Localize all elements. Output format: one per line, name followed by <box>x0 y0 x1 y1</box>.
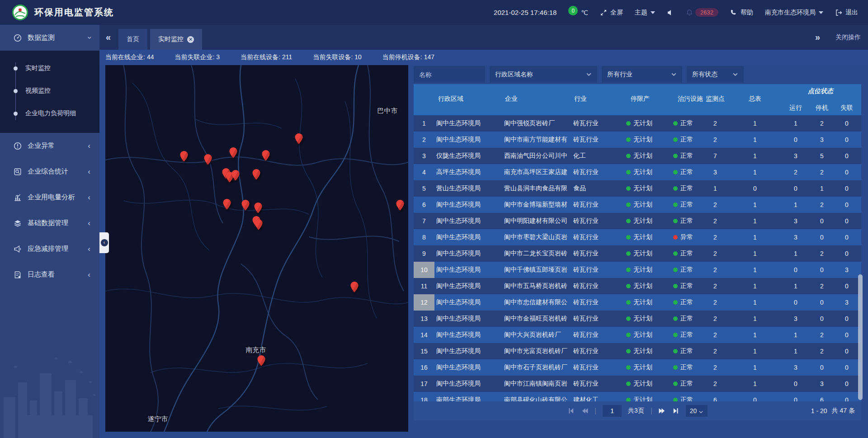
sidebar-item-4[interactable]: 基础数据管理‹ <box>0 210 99 236</box>
cell-company: 阆中明阳建材有限公司 <box>504 213 572 229</box>
last-page-button[interactable] <box>672 407 679 414</box>
map-pin[interactable] <box>350 282 359 292</box>
close-icon[interactable]: ✕ <box>187 36 194 43</box>
page-size-select[interactable]: 20 <box>686 405 708 417</box>
first-page-button[interactable] <box>567 407 575 414</box>
table-row[interactable]: 3 仪陇生态环境局 西南油气田分公司川中 化工 无计划 正常 7 1 3 5 0 <box>414 148 861 164</box>
close-operations-dropdown[interactable]: 关闭操作 <box>835 33 861 42</box>
next-page-button[interactable] <box>659 407 666 414</box>
cell-region: 阆中生态环境局 <box>436 359 503 376</box>
row-index: 3 <box>414 148 434 164</box>
map-pin[interactable] <box>295 133 303 144</box>
table-row[interactable]: 2 阆中生态环境局 阆中市南方节能建材有 砖瓦行业 无计划 正常 2 1 0 3… <box>414 132 861 148</box>
sidebar-item-1[interactable]: 企业异常‹ <box>0 133 99 159</box>
table-row[interactable]: 10 阆中生态环境局 阆中千佛镇五郎垭页岩 砖瓦行业 无计划 正常 2 1 0 … <box>414 262 861 278</box>
col-run: 运行 <box>784 104 807 112</box>
cell-stop: 2 <box>811 327 833 343</box>
table-row[interactable]: 5 营山生态环境局 营山县润丰肉食品有限 食品 无计划 正常 1 0 0 1 0 <box>414 180 861 197</box>
cell-stop: 2 <box>811 115 833 132</box>
cell-limit-status: 无计划 <box>626 164 671 180</box>
cell-points: 2 <box>704 343 726 359</box>
sidebar-subitem[interactable]: 实时监控 <box>0 57 99 80</box>
table-row[interactable]: 13 阆中生态环境局 阆中市金福旺页岩机砖 砖瓦行业 无计划 正常 2 1 3 … <box>414 311 861 327</box>
tab-home[interactable]: 首页 <box>118 29 147 50</box>
map-pin[interactable] <box>262 150 270 161</box>
table-row[interactable]: 15 阆中生态环境局 阆中市光富页岩机砖厂 砖瓦行业 无计划 正常 2 1 1 … <box>414 343 861 359</box>
cell-lost: 0 <box>835 115 858 132</box>
sidebar-subitem[interactable]: 企业电力负荷明细 <box>0 102 99 125</box>
cell-region: 阆中生态环境局 <box>436 327 503 343</box>
row-index: 13 <box>414 311 434 327</box>
page-input[interactable] <box>603 405 622 417</box>
table-row[interactable]: 14 阆中生态环境局 阆中大兴页岩机砖厂 砖瓦行业 无计划 正常 2 1 1 2… <box>414 327 861 343</box>
map-pin[interactable] <box>180 151 188 162</box>
fullscreen-button[interactable]: 全屏 <box>600 9 623 17</box>
table-row[interactable]: 9 阆中生态环境局 阆中市二龙长宝页岩砖 砖瓦行业 无计划 正常 2 1 1 2… <box>414 245 861 262</box>
skyline-decoration <box>0 354 99 438</box>
cell-stop: 2 <box>811 343 833 359</box>
table-row[interactable]: 4 高坪生态环境局 南充市高坪区王家店建 砖瓦行业 无计划 正常 3 1 2 2… <box>414 164 861 180</box>
cell-company: 阆中市光富页岩机砖厂 <box>504 343 572 359</box>
sidebar-item-3[interactable]: 企业用电量分析‹ <box>0 184 99 210</box>
cell-stop: 5 <box>811 148 833 164</box>
table-row[interactable]: 18 南部生态环境局 南部县砚化山砖有限公 建材化工 无计划 正常 6 0 0 … <box>414 392 861 401</box>
status-dot <box>626 381 631 386</box>
map-pin[interactable] <box>204 154 212 165</box>
sidebar-item-2[interactable]: 企业综合统计‹ <box>0 159 99 184</box>
cell-meters: 1 <box>744 229 766 245</box>
sidebar-collapse-toggle[interactable]: ‹ <box>99 232 109 253</box>
sidebar-item-6[interactable]: 日志查看‹ <box>0 262 99 287</box>
org-name: 南充市生态环境局 <box>765 9 816 17</box>
cell-meters: 1 <box>744 148 766 164</box>
table-row[interactable]: 8 阆中生态环境局 阆中市枣碧大梁山页岩 砖瓦行业 无计划 异常 2 1 3 0… <box>414 229 861 245</box>
help-button[interactable]: 帮助 <box>730 9 753 17</box>
logout-button[interactable]: 退出 <box>835 9 858 17</box>
cell-industry: 砖瓦行业 <box>573 229 624 245</box>
cell-meters: 1 <box>744 327 766 343</box>
cell-points: 2 <box>704 359 726 376</box>
chevron-icon: ‹ <box>88 271 90 278</box>
sidebar-item-0[interactable]: 数据监测‹ <box>0 25 99 51</box>
table-row[interactable]: 17 阆中生态环境局 阆中市江南镇阆南页岩 砖瓦行业 无计划 正常 2 1 0 … <box>414 376 861 392</box>
map-pin[interactable] <box>241 200 250 211</box>
status-filter-select[interactable]: 所有状态 <box>687 66 744 83</box>
name-filter-input[interactable] <box>414 66 485 83</box>
table-row[interactable]: 6 阆中生态环境局 阆中市金博瑞新型墙材 砖瓦行业 无计划 正常 2 1 1 2… <box>414 197 861 213</box>
prev-page-button[interactable] <box>581 407 588 414</box>
region-filter-select[interactable]: 行政区域名称 <box>490 66 597 83</box>
cell-limit-status: 无计划 <box>626 262 671 278</box>
map-pin[interactable] <box>254 203 262 213</box>
status-item: 当前在线设备:211 <box>241 53 292 61</box>
map-pin[interactable] <box>231 170 240 181</box>
table-row[interactable]: 12 阆中生态环境局 阆中市忠信建材有限公 砖瓦行业 无计划 正常 2 1 0 … <box>414 294 861 311</box>
mute-button[interactable] <box>667 9 674 16</box>
tab-scroll-right-icon[interactable]: » <box>815 32 820 42</box>
map-pin[interactable] <box>257 355 265 366</box>
cell-company: 南充市高坪区王家店建 <box>504 164 572 180</box>
sidebar-subitem[interactable]: 视频监控 <box>0 80 99 102</box>
tab-realtime-monitor[interactable]: 实时监控 ✕ <box>150 29 202 50</box>
notification-button[interactable]: 2632 <box>686 8 718 17</box>
city-label-bazhong: 巴中市 <box>377 107 398 115</box>
status-dot <box>626 186 631 191</box>
map-pin[interactable] <box>229 147 237 158</box>
industry-filter-select[interactable]: 所有行业 <box>602 66 682 83</box>
scrollbar-thumb[interactable] <box>858 274 863 400</box>
table-row[interactable]: 1 阆中生态环境局 阆中强锐页岩砖厂 砖瓦行业 无计划 正常 2 1 1 2 0 <box>414 115 861 132</box>
cell-region: 仪陇生态环境局 <box>436 148 503 164</box>
org-dropdown[interactable]: 南充市生态环境局 <box>765 9 823 17</box>
map-canvas[interactable]: 巴中市 南充市 遂宁市 <box>105 65 408 432</box>
phone-icon <box>730 9 737 16</box>
map-pin[interactable] <box>255 219 263 230</box>
map-pin[interactable] <box>396 200 404 211</box>
theme-dropdown[interactable]: 主题 <box>635 9 655 17</box>
map-pin[interactable] <box>252 169 260 180</box>
table-row[interactable]: 16 阆中生态环境局 阆中市石子页岩机砖厂 砖瓦行业 无计划 正常 2 1 3 … <box>414 359 861 376</box>
sidebar-item-5[interactable]: 应急减排管理‹ <box>0 236 99 262</box>
cell-region: 阆中生态环境局 <box>436 132 503 148</box>
table-row[interactable]: 7 阆中生态环境局 阆中明阳建材有限公司 砖瓦行业 无计划 正常 2 1 3 0… <box>414 213 861 229</box>
map-pin[interactable] <box>223 199 231 210</box>
table-row[interactable]: 11 阆中生态环境局 阆中市五马桥页岩机砖 砖瓦行业 无计划 正常 2 1 1 … <box>414 278 861 294</box>
tab-scroll-left-icon[interactable]: « <box>106 25 111 50</box>
temperature-badge: 0 <box>568 6 578 15</box>
